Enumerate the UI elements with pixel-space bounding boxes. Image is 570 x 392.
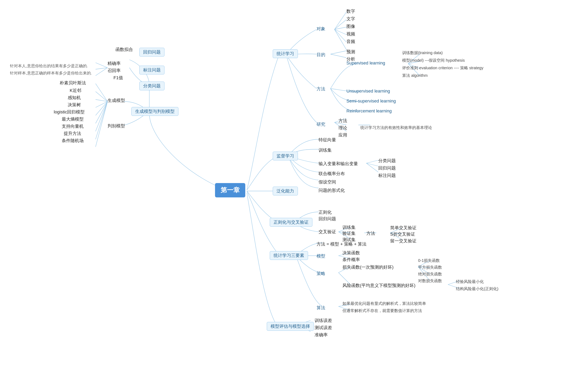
hanshu-nihe: 函数拟合 <box>115 47 133 53</box>
sl-item2: 模型(model) ---假设空间 hypothesis <box>402 58 465 63</box>
shengcheng-juece: 决策树 <box>68 102 81 108</box>
duixiang-wenzi: 文字 <box>346 16 355 22</box>
svg-line-6 <box>330 51 346 54</box>
mpg-xunlian-wucha: 训练误差 <box>314 318 332 323</box>
tongji-xuexi-node: 统计学习 <box>273 49 298 58</box>
jcy-xunlian: 训练集 <box>342 224 356 230</box>
svg-line-5 <box>334 29 346 50</box>
center-node: 第一章 <box>215 183 245 197</box>
sl-item1: 训练数据(training data) <box>402 50 442 56</box>
yanjiu-lilun-text: 统计学习方法的有效性和效率的基本理论 <box>356 125 432 130</box>
svg-line-41 <box>96 84 108 101</box>
jingque-lv: 精确率 <box>108 60 121 67</box>
semi-supervised-node: Semi-supervised learning <box>346 98 396 104</box>
moxing-juece: 决策函数 <box>342 250 360 256</box>
sanyao-node: 统计学习三要素 <box>270 251 308 260</box>
shengcheng-panbie-node: 生成模型与判别模型 <box>131 107 178 116</box>
sunshi-juedui: 绝对损失函数 <box>418 271 442 277</box>
moxing-tiaojian: 条件概率 <box>342 257 360 263</box>
svg-line-3 <box>334 29 346 35</box>
svg-line-48 <box>96 101 108 139</box>
svg-line-52 <box>96 68 108 69</box>
duixiang-yinpin: 音频 <box>346 39 355 44</box>
moxing-pinggu-node: 模型评估与模型选择 <box>267 322 314 331</box>
huigui-wenti-box: 回归问题 <box>139 48 164 56</box>
unsupervised-node: Unsupervised learning <box>346 89 390 94</box>
svg-line-47 <box>96 101 108 131</box>
sunshi-hanshu: 损失函数(一次预测的好坏) <box>342 264 394 270</box>
jcy-liuyi: 留一交叉验证 <box>390 238 416 244</box>
sl-item4: 算法 algorithm <box>402 73 428 78</box>
shengcheng-tiaojian: 条件随机场 <box>62 138 84 144</box>
wenti-xingshi: 问题的形式化 <box>319 187 345 193</box>
svg-line-2 <box>334 27 346 29</box>
panbie-label: 判别模型 <box>108 123 125 129</box>
fangfa-node: 方法 <box>316 86 325 92</box>
svg-line-49 <box>96 101 108 147</box>
shengcheng-logistic: logistic回归模型 <box>54 109 85 115</box>
suanfa-text2: 但通常解析式不存在，就需要数值计算的方法 <box>342 308 422 313</box>
sunshi-duishu: 对数损失函数 <box>418 278 442 283</box>
duixiang-node: 对象 <box>316 26 325 32</box>
huigui-wenti-z: 回归问题 <box>319 216 336 222</box>
mpg-ceshi-wucha: 测试误差 <box>314 325 332 331</box>
shengcheng-zuida: 最大熵模型 <box>62 116 84 122</box>
shengcheng-kjinjv: K近邻 <box>70 87 81 94</box>
jcy-jiandan: 简单交叉验证 <box>390 225 416 231</box>
svg-line-16 <box>366 160 378 163</box>
sl-item3: 评价准则 evaluation criterion ---- 策略 strate… <box>402 65 484 71</box>
svg-line-43 <box>96 99 108 101</box>
shengcheng-ganzhi: 感知机 <box>68 95 81 101</box>
jcy-yanzheng: 验证集 <box>342 230 356 236</box>
duixiang-shipin: 视频 <box>346 31 355 37</box>
supervised-learning-node: Supervised learning <box>346 60 385 66</box>
reinforcement-node: Reinforcement learning <box>346 109 392 114</box>
io-biaozhu: 标注问题 <box>378 172 396 179</box>
tezheng-xiangliang: 特征向量 <box>319 137 336 143</box>
yanjiu-fangfa: 方法 <box>339 118 347 124</box>
mpg-zhunquelu: 准确率 <box>314 332 328 338</box>
jcy-szhe: S折交叉验证 <box>390 231 415 237</box>
zhaohui-lv: 召回率 <box>108 68 121 74</box>
svg-line-44 <box>96 101 108 107</box>
fengxian-hanshu: 风险函数(平均意义下模型预测的好坏) <box>342 282 415 289</box>
fengxian-jingyan: 经验风险最小化 <box>456 279 484 284</box>
svg-line-0 <box>334 12 346 29</box>
svg-line-42 <box>96 92 108 101</box>
biaozhu-wenti-box: 标注问题 <box>139 66 164 74</box>
jiandu-xuexi-node: 监督学习 <box>273 152 298 160</box>
fengxian-jiegou: 结构风险最小化(正则化) <box>456 286 498 292</box>
svg-line-17 <box>366 163 378 166</box>
lianhe-gailv: 联合概率分布 <box>319 171 345 177</box>
fangfa-eq: 方法 = 模型 + 策略 + 算法 <box>316 241 367 247</box>
jiashe-kongjian: 假设空间 <box>319 179 336 185</box>
yanjiu-lilun: 理论 <box>339 125 347 131</box>
jiaochayanzheng-text: 交叉验证 <box>319 229 336 235</box>
svg-line-1 <box>334 19 346 29</box>
svg-line-46 <box>96 101 108 123</box>
fenlei-wenti-box: 分类问题 <box>139 82 164 90</box>
io-fenlei: 分类问题 <box>378 158 396 164</box>
input-output-node: 输入变量和输出变量 <box>319 161 358 167</box>
mind-map: 第一章 统计学习 对象 数字 文字 图像 视频 音频 ... 目的 预测 分析 … <box>0 0 570 392</box>
annotation-line1: 针对本人,意思你给出的结果有多少是正确的. <box>10 63 88 69</box>
celue-label: 策略 <box>316 271 325 277</box>
io-huigui: 回归问题 <box>378 165 396 171</box>
mudi-node: 目的 <box>316 52 325 58</box>
shengcheng-pusubeiyesi: 朴素贝叶斯法 <box>60 80 86 86</box>
svg-line-4 <box>334 29 346 42</box>
f1-value: F1值 <box>114 75 123 81</box>
sunshi-pingfang: 平方损失函数 <box>418 265 442 270</box>
moxing-label: 模型 <box>316 253 325 259</box>
yanjiu-node: 研究 <box>316 121 325 127</box>
yanjiu-yingyong: 应用 <box>339 132 347 138</box>
suanfa-text1: 如果最优化问题有显式的解析式，算法比较简单 <box>342 301 426 306</box>
duixiang-tupian: 图像 <box>346 24 355 29</box>
svg-line-51 <box>96 63 108 68</box>
jcy-fangfa: 方法 <box>366 230 375 236</box>
fanhua-nengli-node: 泛化能力 <box>273 187 298 196</box>
shengcheng-tisheng: 提升方法 <box>64 130 81 137</box>
svg-line-7 <box>330 54 346 58</box>
svg-line-53 <box>96 68 108 76</box>
duixiang-shuzi: 数字 <box>346 8 355 14</box>
